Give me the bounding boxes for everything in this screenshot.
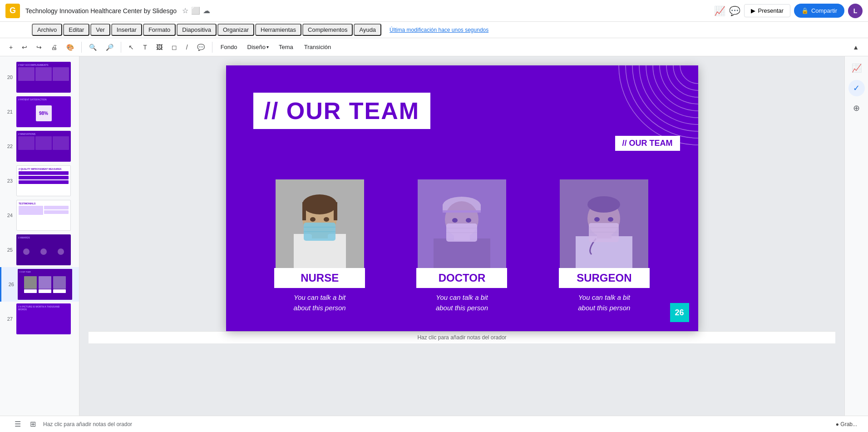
slide-thumb-22[interactable]: 22 // INNOVATIONS	[0, 129, 79, 164]
toolbar-diseno[interactable]: Diseño ▾	[244, 42, 272, 52]
view-toggle: ☰ ⊞	[11, 419, 39, 429]
toolbar-zoom-in[interactable]: 🔎	[102, 42, 117, 53]
toolbar-cursor[interactable]: ↖	[125, 42, 138, 53]
menu-insertar[interactable]: Insertar	[111, 24, 142, 36]
chevron-icon: ▾	[266, 45, 269, 50]
slide-thumb-21[interactable]: 21 // PATIENT SATISFACTION 98%	[0, 94, 79, 129]
header-actions: 📈 💬 ▶ Presentar 🔒 Compartir L	[714, 4, 863, 18]
copy-icon[interactable]: ⬜	[191, 6, 200, 15]
menu-archivo[interactable]: Archivo	[32, 24, 62, 36]
toolbar-redo[interactable]: ↪	[33, 42, 45, 53]
menu-diapositiva[interactable]: Diapositiva	[177, 24, 217, 36]
menu-complementos[interactable]: Complementos	[302, 24, 353, 36]
right-panel-add-btn[interactable]: ⊕	[848, 100, 865, 116]
toolbar-print[interactable]: 🖨	[47, 42, 61, 53]
trending-icon[interactable]: 📈	[714, 5, 725, 16]
slide-thumb-24[interactable]: 24 TESTIMONIALS	[0, 198, 79, 233]
nurse-title-box: NURSE	[274, 268, 365, 288]
title-icons: ☆ ⬜ ☁	[182, 6, 210, 15]
slide-thumb-20[interactable]: 20 // KEY ACCOMPLISHMENTS	[0, 60, 79, 94]
svg-point-3	[660, 65, 698, 104]
toolbar-add[interactable]: +	[5, 42, 16, 53]
top-right-label-text: // OUR TEAM	[622, 139, 673, 148]
menu-organizar[interactable]: Organizar	[217, 24, 254, 36]
svg-rect-16	[334, 202, 337, 220]
menu-ver[interactable]: Ver	[90, 24, 110, 36]
slide-thumb-25[interactable]: 25 // AWARDS	[0, 233, 79, 267]
sidebar: 20 // KEY ACCOMPLISHMENTS 21 // PATIENT …	[0, 56, 79, 416]
svg-point-31	[452, 218, 458, 223]
doctor-title: DOCTOR	[439, 272, 486, 284]
toolbar-image[interactable]: 🖼	[153, 42, 166, 53]
present-icon: ▶	[751, 7, 755, 14]
toolbar-fondo[interactable]: Fondo	[216, 42, 242, 52]
svg-point-1	[673, 65, 698, 90]
toolbar-tema[interactable]: Tema	[274, 42, 298, 52]
surgeon-description: You can talk a bitabout this person	[578, 293, 630, 313]
slide-thumb-26[interactable]: 26 // OUR TEAM	[0, 267, 79, 302]
notes-area[interactable]: Haz clic para añadir notas del orador	[89, 331, 835, 343]
notes-placeholder: Haz clic para añadir notas del orador	[417, 334, 506, 341]
avatar[interactable]: L	[848, 4, 863, 18]
menu-formato[interactable]: Formato	[143, 24, 176, 36]
slide-preview-24: TESTIMONIALS	[16, 200, 71, 231]
slide-title: // OUR TEAM	[264, 97, 420, 124]
view-list-btn[interactable]: ☰	[11, 419, 25, 429]
toolbar-textbox[interactable]: T	[139, 42, 151, 53]
menu-ayuda[interactable]: Ayuda	[354, 24, 381, 36]
bottom-bar: ☰ ⊞ Haz clic para añadir notas del orado…	[0, 416, 868, 432]
slide-preview-20: // KEY ACCOMPLISHMENTS	[16, 62, 71, 93]
slide-num-20: 20	[4, 74, 13, 80]
divider-1	[81, 42, 82, 53]
svg-point-0	[680, 65, 698, 84]
svg-point-6	[639, 65, 698, 124]
menu-herramientas[interactable]: Herramientas	[255, 24, 301, 36]
svg-point-43	[608, 217, 613, 222]
slide-title-block: // OUR TEAM	[253, 93, 431, 129]
slide-preview-22: // INNOVATIONS	[16, 131, 71, 162]
slide-num-21: 21	[4, 109, 13, 114]
menu-editar[interactable]: Editar	[63, 24, 89, 36]
doctor-title-box: DOCTOR	[416, 268, 507, 288]
divider-3	[212, 42, 212, 53]
toolbar-transicion[interactable]: Transición	[300, 42, 335, 52]
team-member-nurse: NURSE You can talk a bitabout this perso…	[274, 179, 365, 313]
toolbar-paint[interactable]: 🎨	[63, 42, 78, 53]
slide-num-25: 25	[4, 247, 13, 253]
star-icon[interactable]: ☆	[182, 6, 188, 15]
slide-num-27: 27	[4, 316, 13, 322]
svg-point-14	[302, 194, 337, 214]
right-panel-trend-btn[interactable]: 📈	[848, 60, 865, 76]
slide-preview-21: // PATIENT SATISFACTION 98%	[16, 96, 71, 127]
comment-icon[interactable]: 💬	[729, 5, 740, 16]
svg-rect-15	[302, 202, 306, 220]
share-button[interactable]: 🔒 Compartir	[794, 4, 844, 18]
cloud-icon[interactable]: ☁	[203, 6, 210, 15]
doctor-photo	[418, 179, 506, 268]
svg-point-8	[626, 65, 698, 138]
last-modified[interactable]: Última modificación hace unos segundos	[390, 27, 488, 33]
title-area: Technology Innovation Healthcare Center …	[25, 7, 177, 15]
toolbar-line[interactable]: /	[182, 42, 192, 53]
view-grid-btn[interactable]: ⊞	[26, 419, 39, 429]
slide-thumb-23[interactable]: 23 // QUALITY IMPROVEMENT MEASURES	[0, 164, 79, 198]
toolbar-shape[interactable]: ◻	[168, 42, 181, 53]
slide-thumb-27[interactable]: 27 // A PICTURE IS WORTH A THOUSAND WORD…	[0, 302, 79, 336]
slide-preview-23: // QUALITY IMPROVEMENT MEASURES	[16, 165, 71, 196]
toolbar: + ↩ ↪ 🖨 🎨 🔍 🔎 ↖ T 🖼 ◻ / 💬 Fondo Diseño ▾…	[0, 38, 868, 56]
canvas-area: // OUR TEAM // OUR TEAM	[79, 56, 844, 416]
toolbar-undo[interactable]: ↩	[18, 42, 31, 53]
divider-2	[121, 42, 121, 53]
toolbar-comment[interactable]: 💬	[193, 42, 208, 53]
slide[interactable]: // OUR TEAM // OUR TEAM	[226, 65, 698, 331]
slide-num-24: 24	[4, 213, 13, 218]
svg-rect-39	[589, 223, 619, 242]
surgeon-photo	[560, 179, 648, 268]
toolbar-zoom-out[interactable]: 🔍	[85, 42, 100, 53]
toolbar-collapse[interactable]: ▲	[849, 42, 863, 53]
right-panel-check-btn[interactable]: ✓	[848, 80, 865, 96]
top-right-label: // OUR TEAM	[615, 136, 680, 151]
present-button[interactable]: ▶ Presentar	[744, 4, 790, 17]
record-btn[interactable]: ● Grab...	[832, 419, 861, 429]
slide-num-26: 26	[5, 282, 14, 287]
